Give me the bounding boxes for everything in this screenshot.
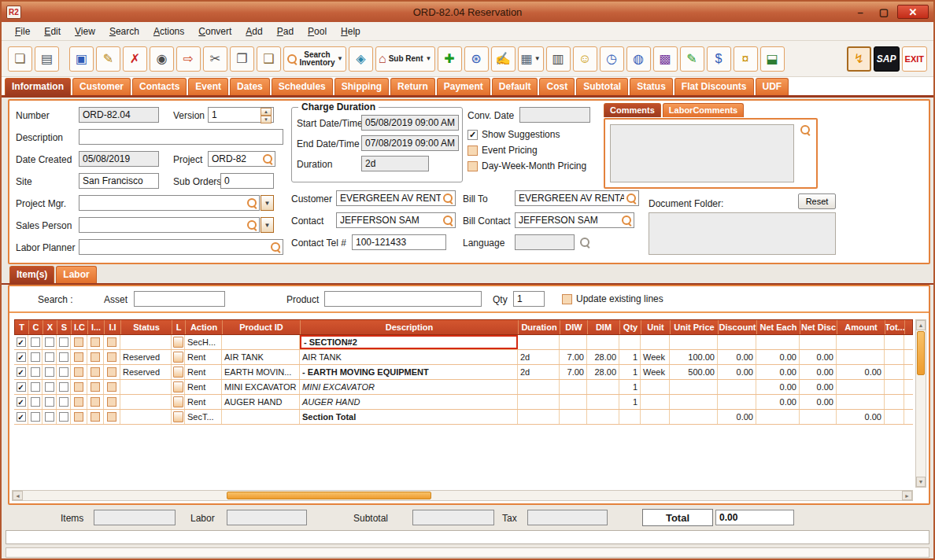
menu-pad[interactable]: Pad [270, 24, 301, 39]
cell-s[interactable] [57, 410, 71, 424]
tab-default[interactable]: Default [492, 78, 538, 95]
cell-ii[interactable] [104, 350, 120, 364]
sap-button[interactable]: SAP [874, 46, 900, 72]
row-checkbox-x[interactable] [45, 367, 54, 377]
cell-unit_price[interactable]: 500.00 [670, 365, 718, 379]
cell-duration[interactable] [518, 410, 560, 424]
project-mgr-field[interactable] [79, 195, 260, 211]
cell-tot[interactable] [885, 380, 904, 394]
cell-net_each[interactable] [756, 335, 800, 349]
tab-dates[interactable]: Dates [230, 78, 270, 95]
cell-qty[interactable] [619, 335, 641, 349]
exit-button[interactable]: EXIT [902, 46, 927, 72]
scroll-right-icon[interactable]: ► [902, 491, 912, 500]
edit-notes-button[interactable]: ✎ [680, 46, 704, 72]
tab-contacts[interactable]: Contacts [132, 78, 187, 95]
find-button[interactable]: ◉ [150, 46, 174, 72]
bill-contact-input[interactable] [517, 215, 621, 226]
row-flag-il[interactable] [91, 352, 100, 362]
cell-duration[interactable]: 2d [518, 365, 560, 379]
cell-dim[interactable]: 28.00 [587, 365, 619, 379]
dropdown-arrow-icon[interactable]: ▼ [534, 55, 541, 62]
currency-button[interactable]: $ [707, 46, 731, 72]
menu-convert[interactable]: Convert [191, 24, 238, 39]
labor-planner-lookup-icon[interactable] [270, 241, 281, 252]
row-flag-ii[interactable] [107, 397, 116, 407]
column-header-action[interactable]: Action [186, 320, 223, 334]
project-field[interactable] [208, 151, 275, 167]
sub-orders-field[interactable] [220, 173, 274, 189]
cell-s[interactable] [57, 380, 71, 394]
bill-to-lookup-icon[interactable] [626, 193, 637, 204]
cell-x[interactable] [42, 380, 57, 394]
cell-description[interactable]: AUGER HAND [300, 395, 518, 409]
cell-net_each[interactable] [756, 410, 800, 424]
cell-net_disc[interactable] [800, 335, 837, 349]
cell-amount[interactable] [837, 350, 885, 364]
cell-discount[interactable] [718, 380, 756, 394]
duration-field[interactable] [361, 156, 429, 171]
project-mgr-input[interactable] [81, 197, 246, 208]
column-header-status[interactable]: Status [121, 320, 172, 334]
add-line-button[interactable]: ✚ [438, 46, 462, 72]
tab-shipping[interactable]: Shipping [334, 78, 389, 95]
language-lookup-icon[interactable] [579, 237, 590, 248]
cell-s[interactable] [57, 350, 71, 364]
customer-lookup-icon[interactable] [442, 193, 453, 204]
row-flag-ic[interactable] [74, 352, 83, 362]
cell-il[interactable] [87, 395, 104, 409]
conv-date-field[interactable] [519, 107, 590, 123]
cell-il[interactable] [87, 380, 104, 394]
tab-event[interactable]: Event [188, 78, 228, 95]
row-checkbox-t[interactable]: ✓ [17, 337, 26, 347]
project-mgr-dropdown[interactable]: ▼ [261, 195, 274, 211]
print-button[interactable]: ▤ [35, 46, 59, 72]
row-flag-il[interactable] [91, 382, 100, 392]
dropdown-arrow-icon[interactable]: ▼ [337, 55, 343, 62]
row-flag-ic[interactable] [74, 397, 83, 407]
contact-input[interactable] [338, 215, 442, 226]
print-documents-button[interactable]: ▥ [546, 46, 571, 72]
cell-ic[interactable] [71, 380, 87, 394]
row-flag-ii[interactable] [107, 352, 116, 362]
cell-qty[interactable]: 1 [619, 380, 641, 394]
row-checkbox-t[interactable]: ✓ [17, 382, 26, 392]
cell-tot[interactable] [885, 335, 904, 349]
cell-diw[interactable]: 7.00 [560, 350, 587, 364]
cell-dim[interactable] [587, 335, 619, 349]
row-line-icon[interactable] [173, 337, 183, 348]
day-week-month-pricing-checkbox[interactable] [468, 161, 478, 171]
labor-planner-field[interactable] [79, 239, 283, 255]
cell-discount[interactable]: 0.00 [718, 350, 756, 364]
cell-diw[interactable] [560, 410, 587, 424]
row-checkbox-c[interactable] [31, 412, 40, 422]
cell-tot[interactable] [885, 410, 904, 424]
comments-lookup-icon[interactable] [800, 124, 811, 135]
cell-ii[interactable] [104, 380, 120, 394]
cell-ic[interactable] [71, 410, 87, 424]
row-flag-ic[interactable] [74, 367, 83, 377]
row-checkbox-c[interactable] [31, 352, 40, 362]
row-checkbox-x[interactable] [45, 352, 54, 362]
cell-x[interactable] [42, 365, 57, 379]
sales-person-field[interactable] [79, 217, 260, 233]
cell-amount[interactable]: 0.00 [837, 365, 885, 379]
row-checkbox-t[interactable]: ✓ [17, 352, 26, 362]
cell-action[interactable]: Rent [185, 380, 222, 394]
cell-l[interactable] [172, 410, 185, 424]
cell-c[interactable] [28, 380, 42, 394]
row-flag-ii[interactable] [107, 367, 116, 377]
spin-up-icon[interactable]: ▲ [261, 108, 272, 116]
cell-tot[interactable] [885, 350, 904, 364]
cell-t[interactable]: ✓ [14, 365, 28, 379]
version-input[interactable] [210, 109, 261, 120]
reset-button[interactable]: Reset [798, 193, 836, 209]
cell-duration[interactable] [518, 335, 560, 349]
row-checkbox-s[interactable] [59, 337, 68, 347]
scroll-left-icon[interactable]: ◄ [13, 491, 23, 500]
cell-net_disc[interactable] [800, 410, 837, 424]
row-checkbox-c[interactable] [31, 367, 40, 377]
cell-duration[interactable]: 2d [518, 350, 560, 364]
cell-x[interactable] [42, 335, 57, 349]
scroll-up-icon[interactable]: ▲ [916, 320, 926, 330]
